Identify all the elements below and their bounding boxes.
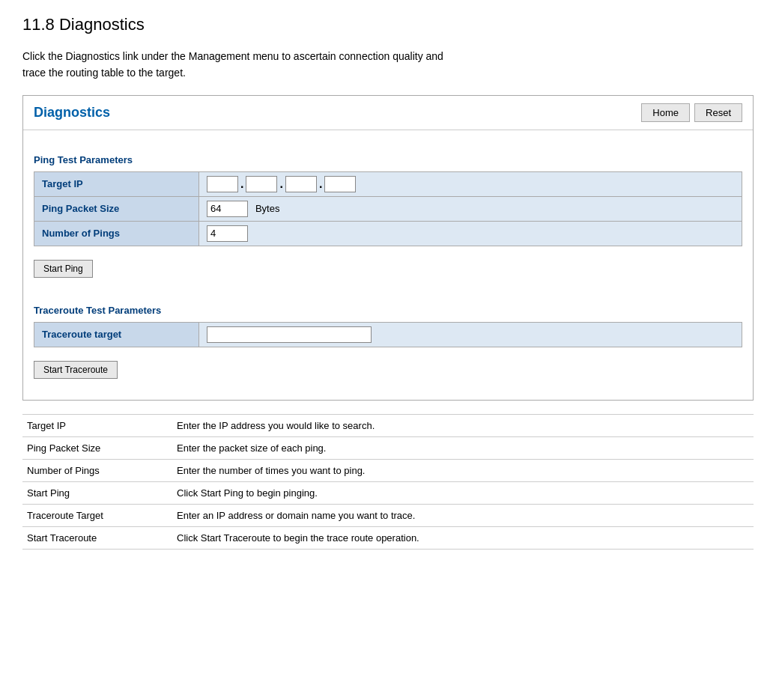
diagnostics-panel: Diagnostics Home Reset Ping Test Paramet… xyxy=(22,95,754,401)
desc-definition: Enter the IP address you would like to s… xyxy=(172,414,754,436)
desc-definition: Enter the number of times you want to pi… xyxy=(172,459,754,481)
description-table: Target IP Enter the IP address you would… xyxy=(22,414,754,550)
traceroute-section-title: Traceroute Test Parameters xyxy=(34,305,742,316)
panel-header: Diagnostics Home Reset xyxy=(23,96,753,130)
start-ping-button[interactable]: Start Ping xyxy=(34,260,93,278)
target-ip-row: Target IP . . . xyxy=(34,171,742,196)
desc-definition: Click Start Ping to begin pinging. xyxy=(172,481,754,504)
number-of-pings-cell xyxy=(199,221,742,246)
ping-section-title: Ping Test Parameters xyxy=(34,154,742,165)
panel-title: Diagnostics xyxy=(34,105,110,121)
ip-input-group: . . . xyxy=(207,176,734,192)
ip-dot-3: . xyxy=(319,177,322,191)
traceroute-params-table: Traceroute target xyxy=(34,322,742,347)
traceroute-target-row: Traceroute target xyxy=(34,322,742,347)
desc-term: Ping Packet Size xyxy=(22,436,172,459)
desc-term: Start Traceroute xyxy=(22,526,172,549)
ip-dot-2: . xyxy=(279,177,282,191)
target-ip-inputs: . . . xyxy=(199,171,742,196)
traceroute-target-label: Traceroute target xyxy=(34,322,199,347)
ip-dot-1: . xyxy=(240,177,243,191)
desc-term: Number of Pings xyxy=(22,459,172,481)
ip-octet-1[interactable] xyxy=(207,176,238,192)
ping-packet-size-input[interactable] xyxy=(207,201,248,217)
desc-row: Ping Packet Size Enter the packet size o… xyxy=(22,436,754,459)
ip-octet-3[interactable] xyxy=(285,176,317,192)
page-title: 11.8 Diagnostics xyxy=(22,15,754,34)
ping-packet-size-row: Ping Packet Size Bytes xyxy=(34,196,742,221)
ip-octet-4[interactable] xyxy=(324,176,356,192)
number-of-pings-row: Number of Pings xyxy=(34,221,742,246)
ping-packet-size-cell: Bytes xyxy=(199,196,742,221)
ip-octet-2[interactable] xyxy=(246,176,277,192)
desc-row: Target IP Enter the IP address you would… xyxy=(22,414,754,436)
desc-term: Start Ping xyxy=(22,481,172,504)
desc-row: Start Ping Click Start Ping to begin pin… xyxy=(22,481,754,504)
desc-term: Target IP xyxy=(22,414,172,436)
desc-row: Number of Pings Enter the number of time… xyxy=(22,459,754,481)
desc-row: Start Traceroute Click Start Traceroute … xyxy=(22,526,754,549)
desc-definition: Enter an IP address or domain name you w… xyxy=(172,504,754,526)
reset-button[interactable]: Reset xyxy=(694,103,742,122)
ping-packet-size-label: Ping Packet Size xyxy=(34,196,199,221)
bytes-label: Bytes xyxy=(255,203,280,214)
number-of-pings-input[interactable] xyxy=(207,225,248,242)
start-traceroute-button[interactable]: Start Traceroute xyxy=(34,361,118,379)
header-buttons: Home Reset xyxy=(641,103,742,122)
desc-definition: Click Start Traceroute to begin the trac… xyxy=(172,526,754,549)
traceroute-target-input[interactable] xyxy=(207,326,372,343)
desc-term: Traceroute Target xyxy=(22,504,172,526)
panel-body: Ping Test Parameters Target IP . . . xyxy=(23,130,753,400)
traceroute-target-cell xyxy=(199,322,742,347)
ping-params-table: Target IP . . . Ping Packet Size xyxy=(34,171,742,246)
number-of-pings-label: Number of Pings xyxy=(34,221,199,246)
target-ip-label: Target IP xyxy=(34,171,199,196)
intro-text: Click the Diagnostics link under the Man… xyxy=(22,48,754,82)
home-button[interactable]: Home xyxy=(641,103,690,122)
desc-definition: Enter the packet size of each ping. xyxy=(172,436,754,459)
desc-row: Traceroute Target Enter an IP address or… xyxy=(22,504,754,526)
